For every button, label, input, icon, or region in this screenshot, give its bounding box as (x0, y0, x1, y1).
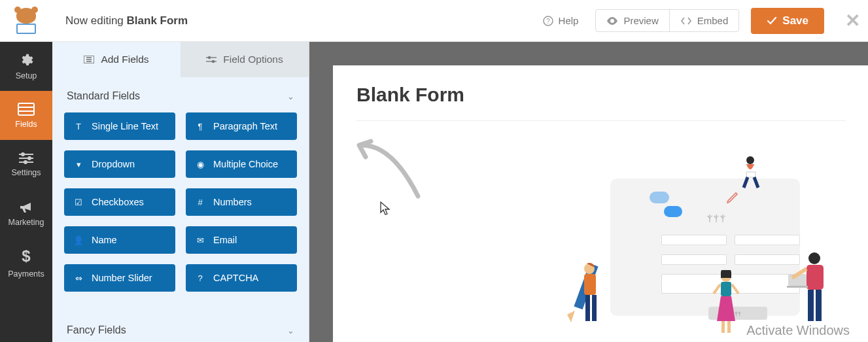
field-label: Multiple Choice (213, 159, 278, 169)
svg-point-6 (22, 153, 24, 156)
field-multiple-choice[interactable]: ◉Multiple Choice (186, 150, 297, 178)
field-paragraph-text[interactable]: ¶Paragraph Text (186, 112, 297, 140)
chevron-down-icon: ⌄ (287, 326, 294, 335)
tab-label: Field Options (223, 54, 283, 65)
windows-watermark: Activate Windows (746, 323, 850, 338)
cursor-icon (380, 201, 391, 216)
section-fancy-fields[interactable]: Fancy Fields ⌄ (64, 311, 297, 342)
embed-button[interactable]: Embed (670, 10, 739, 31)
nav-item-settings[interactable]: Settings (0, 140, 52, 189)
tab-field-options[interactable]: Field Options (181, 42, 309, 77)
nav-item-fields[interactable]: Fields (0, 91, 52, 140)
field-label: Email (213, 235, 237, 245)
field-number-slider[interactable]: ⇔Number Slider (64, 264, 175, 292)
field-icon: T (73, 122, 84, 131)
save-label: Save (782, 14, 808, 27)
preview-label: Preview (623, 15, 658, 26)
nav-label: Payments (8, 269, 44, 279)
section-title: Fancy Fields (67, 324, 126, 336)
svg-rect-26 (592, 295, 597, 321)
embed-label: Embed (697, 15, 729, 26)
field-label: Numbers (213, 197, 252, 207)
nav-item-payments[interactable]: $ Payments (0, 238, 52, 287)
form-title: Blank Form (356, 84, 846, 106)
field-label: Number Slider (92, 273, 152, 283)
panel-scroll[interactable]: Standard Fields ⌄ TSingle Line Text¶Para… (52, 77, 309, 342)
svg-rect-2 (18, 103, 34, 115)
close-button[interactable]: ✕ (845, 10, 860, 31)
field-email[interactable]: ✉Email (186, 226, 297, 254)
svg-rect-36 (816, 290, 822, 321)
field-label: Name (92, 235, 117, 245)
hint-arrow-icon (353, 137, 425, 203)
svg-marker-22 (567, 311, 575, 322)
nav-item-setup[interactable]: Setup (0, 42, 52, 91)
field-name[interactable]: 👤Name (64, 226, 175, 254)
field-icon: ? (195, 273, 205, 283)
svg-point-10 (24, 161, 27, 163)
field-icon: ▾ (73, 160, 84, 169)
nav-label: Marketing (9, 218, 44, 227)
fields-icon (18, 103, 35, 116)
nav-label: Setup (16, 71, 37, 80)
field-icon: ⇔ (73, 273, 84, 283)
svg-point-8 (28, 157, 31, 160)
svg-rect-32 (807, 265, 824, 290)
field-icon: 👤 (73, 235, 84, 245)
svg-rect-20 (746, 172, 755, 177)
svg-point-31 (808, 252, 820, 264)
eye-icon (606, 17, 618, 25)
field-label: Single Line Text (92, 121, 158, 131)
left-nav: Setup Fields Settings Marketing (0, 42, 52, 342)
svg-text:?: ? (546, 18, 550, 25)
svg-point-19 (746, 156, 754, 164)
check-icon (767, 16, 777, 26)
page-title: Now editing Blank Form (65, 14, 188, 27)
add-icon (84, 56, 94, 63)
field-checkboxes[interactable]: ☑Checkboxes (64, 188, 175, 216)
options-icon (206, 56, 217, 63)
save-button[interactable]: Save (751, 8, 824, 34)
top-bar: Now editing Blank Form ? Help Preview (0, 0, 868, 42)
field-label: Dropdown (92, 159, 135, 169)
svg-rect-24 (584, 274, 596, 295)
tab-add-fields[interactable]: Add Fields (52, 42, 181, 77)
svg-rect-25 (585, 295, 590, 321)
svg-point-16 (209, 57, 211, 59)
field-icon: ☑ (73, 197, 84, 207)
svg-rect-34 (787, 286, 808, 288)
chevron-down-icon: ⌄ (287, 92, 294, 101)
field-dropdown[interactable]: ▾Dropdown (64, 150, 175, 178)
divider (356, 120, 846, 121)
field-captcha[interactable]: ?CAPTCHA (186, 264, 297, 292)
preview-button[interactable]: Preview (596, 10, 669, 31)
app-logo (0, 0, 52, 42)
svg-rect-30 (727, 321, 731, 333)
nav-label: Fields (15, 120, 37, 129)
field-icon: ◉ (195, 160, 205, 169)
field-label: Paragraph Text (213, 121, 277, 131)
field-numbers[interactable]: #Numbers (186, 188, 297, 216)
svg-point-18 (213, 61, 215, 63)
form-canvas[interactable]: Blank Form ⲯⲯⲯ (333, 65, 868, 342)
field-icon: ¶ (195, 122, 205, 131)
nav-label: Settings (11, 168, 41, 177)
sliders-icon (19, 152, 33, 164)
gear-icon (19, 53, 33, 67)
section-title: Standard Fields (67, 90, 140, 102)
code-icon (680, 17, 692, 25)
field-label: CAPTCHA (213, 273, 258, 283)
canvas-area: Blank Form ⲯⲯⲯ (309, 42, 868, 342)
section-standard-fields[interactable]: Standard Fields ⌄ (64, 77, 297, 112)
field-label: Checkboxes (92, 197, 144, 207)
field-icon: # (195, 197, 205, 207)
svg-rect-29 (721, 321, 725, 333)
field-single-line-text[interactable]: TSingle Line Text (64, 112, 175, 140)
fields-panel: Add Fields Field Options Standard Fields… (52, 42, 309, 342)
help-label: Help (559, 15, 579, 26)
help-icon: ? (543, 16, 553, 26)
field-icon: ✉ (195, 235, 205, 245)
tab-label: Add Fields (101, 54, 148, 65)
help-link[interactable]: ? Help (532, 10, 589, 31)
nav-item-marketing[interactable]: Marketing (0, 189, 52, 238)
